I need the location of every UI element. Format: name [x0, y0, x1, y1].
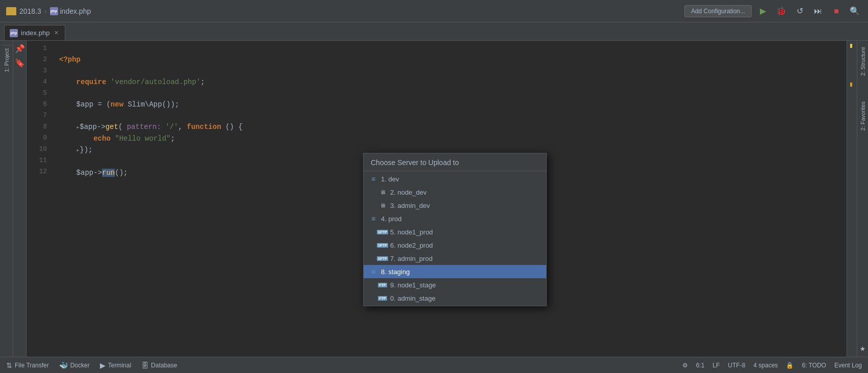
server-label-node1-stage: 9. node1_stage	[390, 281, 436, 289]
server-item-node2-prod[interactable]: SFTP 6. node2_prod	[364, 238, 546, 252]
php-icon: php	[50, 7, 58, 15]
database-icon: 🗄	[141, 361, 148, 369]
server-label-staging: 8. staging	[381, 268, 410, 276]
server-item-node1-stage[interactable]: FTP 9. node1_stage	[364, 278, 546, 291]
terminal-label: Terminal	[108, 362, 131, 369]
server-item-node1-prod[interactable]: SFTP 5. node1_prod	[364, 225, 546, 238]
server-icon-node2	[378, 201, 387, 209]
server-icon-group3	[369, 268, 378, 276]
server-item-admin-prod[interactable]: SFTP 7. admin_prod	[364, 252, 546, 265]
favorites-panel: 2: Structure 2: Favorites ★	[857, 41, 868, 357]
scroll-indicator	[850, 44, 852, 48]
breadcrumb-sep: ›	[44, 7, 47, 15]
encoding[interactable]: UTF-8	[728, 362, 745, 369]
titlebar-file: php index.php	[50, 7, 91, 15]
server-item-node-dev[interactable]: 2. node_dev	[364, 185, 546, 199]
database-label: Database	[151, 362, 177, 369]
docker-button[interactable]: 🐳 Docker	[59, 361, 90, 369]
file-transfer-icon: ⇅	[6, 361, 12, 369]
server-label-prod: 4. prod	[381, 215, 401, 223]
terminal-button[interactable]: ▶ Terminal	[100, 361, 131, 369]
tab-php-icon: php	[10, 29, 18, 37]
scroll-indicator2	[850, 83, 852, 87]
server-item-dev[interactable]: 1. dev	[364, 172, 546, 185]
add-configuration-button[interactable]: Add Configuration...	[684, 5, 752, 17]
search-button[interactable]: 🔍	[848, 4, 862, 18]
rerun-button[interactable]: ↺	[793, 4, 807, 18]
server-label-admin-stage: 0. admin_stage	[390, 295, 436, 302]
server-popup: Choose Server to Upload to 1. dev 2. nod…	[363, 153, 547, 306]
docker-icon: 🐳	[59, 361, 68, 369]
tab-index-php[interactable]: php index.php ✕	[4, 25, 65, 40]
server-item-staging[interactable]: 8. staging	[364, 265, 546, 278]
server-label-node-dev: 2. node_dev	[390, 189, 427, 196]
tool-icon-pin[interactable]: 📌	[15, 44, 25, 54]
file-transfer-button[interactable]: ⇅ File Transfer	[6, 361, 49, 369]
right-panels	[847, 41, 857, 357]
tools-panel: 📌 🔖	[13, 41, 27, 357]
titlebar-left: 2018.3 › php index.php	[6, 7, 680, 15]
todo-button[interactable]: 6: TODO	[802, 362, 826, 369]
left-sidebars: 1: Project 📌 🔖	[0, 41, 27, 357]
server-label-admin-prod: 7. admin_prod	[390, 255, 432, 262]
tab-close-button[interactable]: ✕	[53, 30, 60, 37]
line-numbers: 12345 678910 1112	[27, 41, 51, 177]
bottom-right: ⚙ 6:1 LF UTF-8 4 spaces 🔒 6: TODO Event …	[682, 362, 862, 369]
server-icon-group2	[369, 215, 378, 223]
sidebar-item-structure[interactable]: 2: Structure	[858, 44, 868, 79]
debug-button[interactable]: 🐞	[774, 4, 788, 18]
server-item-admin-dev[interactable]: 3. admin_dev	[364, 199, 546, 212]
server-icon-sftp1: SFTP	[378, 228, 387, 236]
titlebar-filename: index.php	[60, 7, 91, 15]
server-icon-ftp2: FTP	[378, 294, 387, 302]
server-label-dev: 1. dev	[381, 175, 399, 183]
docker-label: Docker	[70, 362, 90, 369]
sidebar-item-favorites[interactable]: 2: Favorites	[858, 98, 868, 134]
file-transfer-label: File Transfer	[15, 362, 49, 369]
titlebar: 2018.3 › php index.php Add Configuration…	[0, 0, 868, 22]
stop-button[interactable]: ■	[829, 4, 844, 18]
step-over-button[interactable]: ⏭	[811, 4, 825, 18]
tabbar: php index.php ✕	[0, 22, 868, 41]
tool-icon-bookmark[interactable]: 🔖	[15, 58, 25, 68]
bottom-bar: ⇅ File Transfer 🐳 Docker ▶ Terminal 🗄 Da…	[0, 357, 868, 373]
line-ending[interactable]: LF	[712, 362, 720, 369]
run-button[interactable]: ▶	[756, 4, 770, 18]
project-name: 2018.3	[19, 7, 41, 15]
main-layout: 1: Project 📌 🔖 12345 678910 1112 <?php r…	[0, 41, 868, 357]
server-item-admin-stage[interactable]: FTP 0. admin_stage	[364, 291, 546, 305]
sidebar-item-project[interactable]: 1: Project	[2, 45, 12, 75]
server-icon-sftp2: SFTP	[378, 241, 387, 249]
terminal-icon: ▶	[100, 361, 106, 369]
server-label-node1-prod: 5. node1_prod	[390, 228, 433, 236]
project-sidebar: 1: Project	[0, 41, 13, 357]
indent-setting[interactable]: 4 spaces	[753, 362, 778, 369]
server-icon-node	[378, 188, 387, 196]
server-label-node2-prod: 6. node2_prod	[390, 242, 433, 249]
cursor-position: 6:1	[696, 362, 705, 369]
server-icon-ftp1: FTP	[378, 281, 387, 289]
server-list: 1. dev 2. node_dev 3. admin_dev 4. prod …	[364, 171, 546, 306]
star-icon[interactable]: ★	[860, 342, 865, 354]
server-icon-sftp3: SFTP	[378, 254, 387, 262]
settings-button[interactable]: ⚙	[682, 362, 688, 369]
server-icon-group	[369, 175, 378, 183]
tab-label: index.php	[21, 29, 49, 37]
popup-title: Choose Server to Upload to	[364, 153, 546, 171]
svg-rect-1	[6, 8, 10, 10]
server-item-prod[interactable]: 4. prod	[364, 212, 546, 225]
database-button[interactable]: 🗄 Database	[141, 361, 177, 369]
event-log-button[interactable]: Event Log	[834, 362, 862, 369]
server-label-admin-dev: 3. admin_dev	[390, 202, 430, 209]
titlebar-right: Add Configuration... ▶ 🐞 ↺ ⏭ ■ 🔍	[684, 4, 862, 18]
lock-icon: 🔒	[786, 362, 794, 369]
editor-area: 12345 678910 1112 <?php require 'vendor/…	[27, 41, 847, 357]
folder-icon	[6, 7, 16, 15]
settings-icon: ⚙	[682, 362, 688, 369]
